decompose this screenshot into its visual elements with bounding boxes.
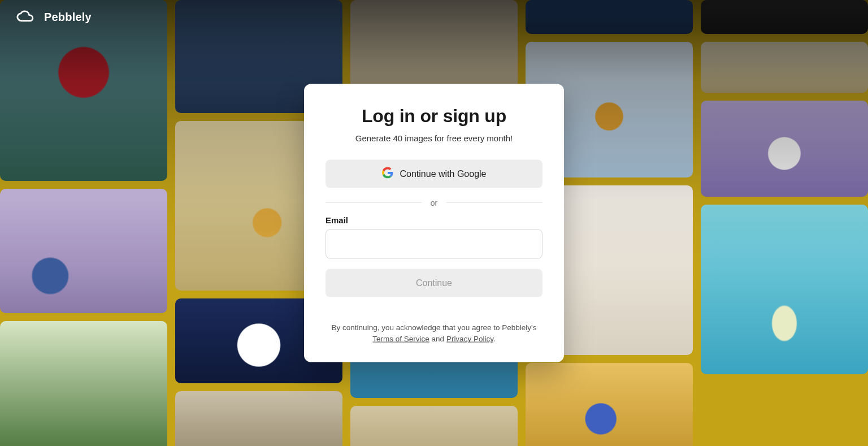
bg-tile [0, 321, 167, 446]
google-button-label: Continue with Google [400, 168, 487, 179]
continue-with-google-button[interactable]: Continue with Google [326, 159, 542, 188]
cloud-logo-icon [16, 10, 36, 24]
google-logo-icon [382, 167, 393, 180]
terms-of-service-link[interactable]: Terms of Service [372, 335, 429, 343]
brand-name: Pebblely [44, 11, 92, 24]
privacy-policy-link[interactable]: Privacy Policy [446, 335, 493, 343]
auth-modal: Log in or sign up Generate 40 images for… [304, 84, 564, 362]
bg-tile [0, 189, 167, 313]
divider-or: or [326, 198, 542, 207]
bg-tile [701, 42, 868, 93]
auth-title: Log in or sign up [326, 105, 542, 126]
bg-tile [175, 391, 342, 446]
bg-tile [350, 406, 518, 446]
bg-tile [701, 205, 868, 374]
email-label: Email [326, 215, 542, 224]
bg-tile [701, 101, 868, 197]
bg-tile [526, 363, 693, 446]
email-field[interactable] [326, 229, 542, 258]
auth-subtitle: Generate 40 images for free every month! [326, 133, 542, 142]
header: Pebblely [0, 0, 868, 34]
continue-button[interactable]: Continue [326, 269, 542, 297]
or-label: or [431, 198, 437, 207]
legal-text: By continuing, you acknowledge that you … [326, 322, 542, 345]
